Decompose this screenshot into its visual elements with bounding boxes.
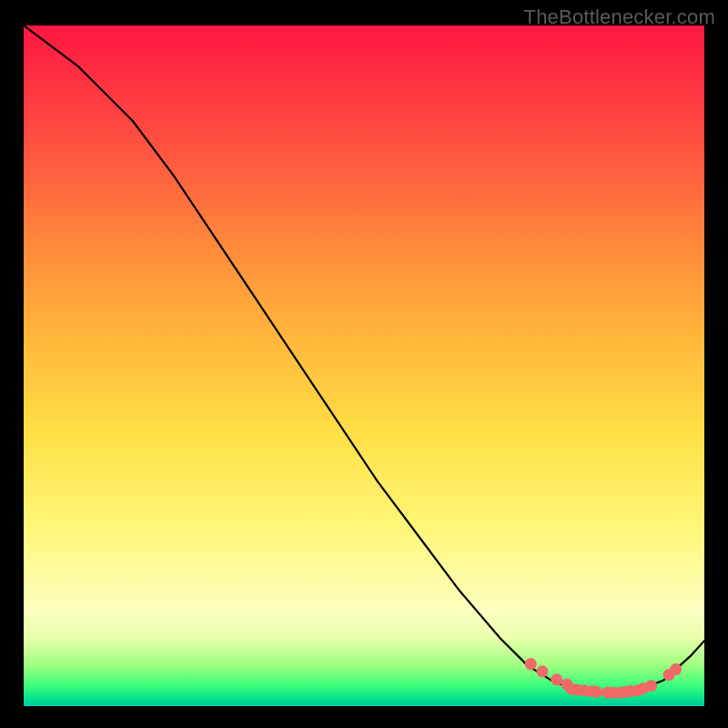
data-point: [670, 663, 682, 675]
series-curve: [24, 25, 704, 694]
data-point: [591, 686, 602, 698]
chart-overlay: [24, 25, 704, 706]
chart-frame: TheBottlenecker.com: [0, 0, 728, 728]
data-point: [536, 665, 548, 677]
data-point: [525, 658, 537, 670]
watermark-text: TheBottlenecker.com: [524, 5, 715, 29]
data-point: [551, 673, 562, 685]
data-point: [645, 680, 657, 692]
